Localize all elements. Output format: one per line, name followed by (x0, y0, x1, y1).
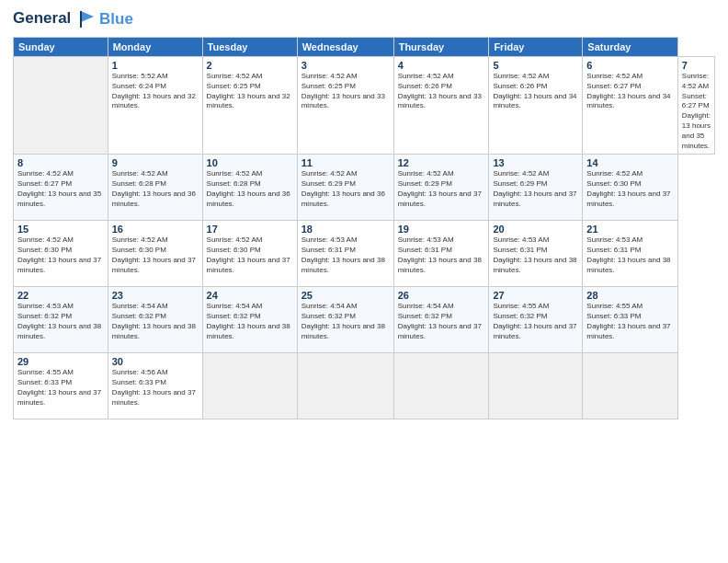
calendar-week-5: 29Sunrise: 4:55 AMSunset: 6:33 PMDayligh… (14, 353, 715, 419)
calendar-cell (202, 353, 297, 419)
calendar-week-4: 22Sunrise: 4:53 AMSunset: 6:32 PMDayligh… (14, 287, 715, 353)
calendar-cell: 14Sunrise: 4:52 AMSunset: 6:30 PMDayligh… (583, 155, 677, 221)
calendar-week-2: 8Sunrise: 4:52 AMSunset: 6:27 PMDaylight… (14, 155, 715, 221)
calendar-cell: 27Sunrise: 4:55 AMSunset: 6:32 PMDayligh… (489, 287, 583, 353)
day-number: 27 (493, 290, 578, 301)
page-header: General Blue (13, 9, 715, 29)
day-number: 13 (493, 157, 578, 168)
day-info: Sunrise: 4:54 AMSunset: 6:32 PMDaylight:… (301, 302, 390, 341)
calendar-cell: 18Sunrise: 4:53 AMSunset: 6:31 PMDayligh… (297, 221, 393, 287)
day-number: 30 (112, 356, 199, 367)
day-info: Sunrise: 4:52 AMSunset: 6:27 PMDaylight:… (17, 169, 104, 209)
day-number: 14 (586, 157, 673, 168)
day-info: Sunrise: 4:54 AMSunset: 6:32 PMDaylight:… (207, 302, 293, 341)
day-info: Sunrise: 4:55 AMSunset: 6:33 PMDaylight:… (17, 368, 104, 408)
column-header-sunday: Sunday (14, 38, 108, 57)
day-info: Sunrise: 4:52 AMSunset: 6:28 PMDaylight:… (207, 169, 293, 209)
calendar-cell: 2Sunrise: 4:52 AMSunset: 6:25 PMDaylight… (202, 57, 297, 155)
column-header-saturday: Saturday (583, 38, 677, 57)
calendar-week-3: 15Sunrise: 4:52 AMSunset: 6:30 PMDayligh… (14, 221, 715, 287)
calendar-cell: 13Sunrise: 4:52 AMSunset: 6:29 PMDayligh… (489, 155, 583, 221)
day-number: 2 (207, 60, 293, 71)
day-info: Sunrise: 4:56 AMSunset: 6:33 PMDaylight:… (112, 368, 199, 408)
calendar-cell: 30Sunrise: 4:56 AMSunset: 6:33 PMDayligh… (108, 353, 202, 419)
day-number: 19 (398, 224, 485, 235)
column-header-friday: Friday (489, 38, 583, 57)
day-number: 18 (301, 224, 390, 235)
calendar-cell: 17Sunrise: 4:52 AMSunset: 6:30 PMDayligh… (202, 221, 297, 287)
day-info: Sunrise: 4:52 AMSunset: 6:25 PMDaylight:… (301, 72, 390, 111)
calendar-cell: 23Sunrise: 4:54 AMSunset: 6:32 PMDayligh… (108, 287, 202, 353)
calendar-cell: 7Sunrise: 4:52 AMSunset: 6:27 PMDaylight… (677, 57, 714, 155)
calendar-cell: 11Sunrise: 4:52 AMSunset: 6:29 PMDayligh… (297, 155, 393, 221)
calendar-cell: 8Sunrise: 4:52 AMSunset: 6:27 PMDaylight… (14, 155, 108, 221)
day-number: 26 (398, 290, 485, 301)
day-info: Sunrise: 4:54 AMSunset: 6:32 PMDaylight:… (112, 302, 199, 341)
calendar-week-1: 1Sunrise: 5:52 AMSunset: 6:24 PMDaylight… (14, 57, 715, 155)
day-number: 22 (17, 290, 104, 301)
logo-blue: Blue (99, 10, 133, 28)
day-info: Sunrise: 4:52 AMSunset: 6:26 PMDaylight:… (493, 72, 578, 111)
day-number: 28 (586, 290, 673, 301)
day-info: Sunrise: 4:52 AMSunset: 6:30 PMDaylight:… (207, 236, 293, 275)
svg-marker-0 (81, 11, 94, 22)
day-number: 15 (17, 224, 104, 235)
day-number: 3 (301, 60, 390, 71)
calendar-cell: 16Sunrise: 4:52 AMSunset: 6:30 PMDayligh… (108, 221, 202, 287)
day-info: Sunrise: 4:53 AMSunset: 6:31 PMDaylight:… (586, 236, 673, 275)
day-number: 20 (493, 224, 578, 235)
day-number: 9 (112, 157, 199, 168)
day-number: 12 (398, 157, 485, 168)
day-info: Sunrise: 4:53 AMSunset: 6:31 PMDaylight:… (493, 236, 578, 275)
column-header-wednesday: Wednesday (297, 38, 393, 57)
day-info: Sunrise: 4:52 AMSunset: 6:30 PMDaylight:… (586, 169, 673, 209)
day-number: 8 (17, 157, 104, 168)
calendar-cell: 5Sunrise: 4:52 AMSunset: 6:26 PMDaylight… (489, 57, 583, 155)
day-info: Sunrise: 4:52 AMSunset: 6:28 PMDaylight:… (112, 169, 199, 209)
calendar-cell: 29Sunrise: 4:55 AMSunset: 6:33 PMDayligh… (14, 353, 108, 419)
day-info: Sunrise: 4:52 AMSunset: 6:30 PMDaylight:… (17, 236, 104, 275)
day-info: Sunrise: 4:53 AMSunset: 6:32 PMDaylight:… (17, 302, 104, 341)
calendar-cell: 15Sunrise: 4:52 AMSunset: 6:30 PMDayligh… (14, 221, 108, 287)
calendar-cell: 3Sunrise: 4:52 AMSunset: 6:25 PMDaylight… (297, 57, 393, 155)
calendar-table: SundayMondayTuesdayWednesdayThursdayFrid… (13, 37, 715, 419)
day-info: Sunrise: 4:52 AMSunset: 6:30 PMDaylight:… (112, 236, 199, 275)
day-info: Sunrise: 4:54 AMSunset: 6:32 PMDaylight:… (398, 302, 485, 341)
day-number: 6 (586, 60, 673, 71)
logo-flag-icon (77, 9, 97, 29)
logo: General Blue (13, 9, 133, 29)
column-header-thursday: Thursday (393, 38, 489, 57)
calendar-cell: 22Sunrise: 4:53 AMSunset: 6:32 PMDayligh… (14, 287, 108, 353)
day-info: Sunrise: 4:52 AMSunset: 6:29 PMDaylight:… (301, 169, 390, 209)
day-number: 23 (112, 290, 199, 301)
svg-rect-1 (80, 11, 82, 28)
day-number: 1 (112, 60, 199, 71)
calendar-cell: 9Sunrise: 4:52 AMSunset: 6:28 PMDaylight… (108, 155, 202, 221)
day-info: Sunrise: 4:52 AMSunset: 6:25 PMDaylight:… (207, 72, 293, 111)
calendar-cell (583, 353, 677, 419)
day-info: Sunrise: 4:52 AMSunset: 6:27 PMDaylight:… (586, 72, 673, 111)
calendar-cell: 1Sunrise: 5:52 AMSunset: 6:24 PMDaylight… (108, 57, 202, 155)
day-info: Sunrise: 4:53 AMSunset: 6:31 PMDaylight:… (398, 236, 485, 275)
calendar-cell: 20Sunrise: 4:53 AMSunset: 6:31 PMDayligh… (489, 221, 583, 287)
day-number: 16 (112, 224, 199, 235)
day-info: Sunrise: 4:55 AMSunset: 6:32 PMDaylight:… (493, 302, 578, 341)
day-info: Sunrise: 4:53 AMSunset: 6:31 PMDaylight:… (301, 236, 390, 275)
day-number: 21 (586, 224, 673, 235)
calendar-cell: 28Sunrise: 4:55 AMSunset: 6:33 PMDayligh… (583, 287, 677, 353)
column-header-monday: Monday (108, 38, 202, 57)
day-info: Sunrise: 4:52 AMSunset: 6:27 PMDaylight:… (682, 72, 711, 151)
calendar-cell (489, 353, 583, 419)
logo-general: General (13, 9, 71, 27)
calendar-cell: 10Sunrise: 4:52 AMSunset: 6:28 PMDayligh… (202, 155, 297, 221)
day-number: 17 (207, 224, 293, 235)
calendar-header-row: SundayMondayTuesdayWednesdayThursdayFrid… (14, 38, 715, 57)
day-number: 7 (682, 60, 711, 71)
calendar-cell: 19Sunrise: 4:53 AMSunset: 6:31 PMDayligh… (393, 221, 489, 287)
calendar-cell: 12Sunrise: 4:52 AMSunset: 6:29 PMDayligh… (393, 155, 489, 221)
calendar-cell: 21Sunrise: 4:53 AMSunset: 6:31 PMDayligh… (583, 221, 677, 287)
calendar-cell (297, 353, 393, 419)
day-number: 24 (207, 290, 293, 301)
day-number: 4 (398, 60, 485, 71)
calendar-cell: 26Sunrise: 4:54 AMSunset: 6:32 PMDayligh… (393, 287, 489, 353)
